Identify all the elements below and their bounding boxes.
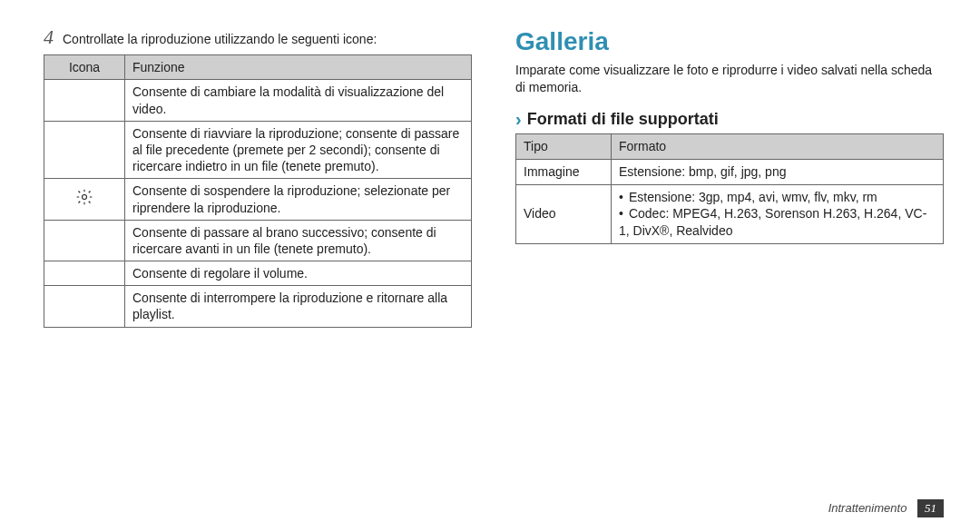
icon-cell	[44, 179, 125, 220]
desc-cell: Consente di riavviare la riproduzione; c…	[125, 121, 472, 179]
table-row: Consente di riavviare la riproduzione; c…	[44, 121, 472, 179]
gear-icon	[75, 194, 93, 209]
page-footer: Intrattenimento 51	[828, 499, 944, 517]
desc-cell: Consente di cambiare la modalità di visu…	[125, 80, 472, 121]
icon-cell	[44, 220, 125, 261]
step-line: 4 Controllate la riproduzione utilizzand…	[44, 27, 472, 47]
svg-point-0	[83, 195, 87, 200]
formats-header-tipo: Tipo	[516, 133, 612, 159]
icon-cell	[44, 286, 125, 327]
step-text: Controllate la riproduzione utilizzando …	[63, 31, 377, 47]
table-row: Consente di interrompere la riproduzione…	[44, 286, 472, 327]
step-number: 4	[44, 27, 54, 47]
left-column: 4 Controllate la riproduzione utilizzand…	[44, 27, 494, 514]
table-row: Consente di regolare il volume.	[44, 261, 472, 286]
intro-text: Imparate come visualizzare le foto e rip…	[515, 62, 944, 96]
section-title: Galleria	[515, 27, 944, 56]
formats-table: Tipo Formato Immagine Estensione: bmp, g…	[515, 133, 944, 244]
type-cell: Video	[516, 184, 612, 244]
table-row: Consente di cambiare la modalità di visu…	[44, 80, 472, 121]
icons-table: Icona Funzione Consente di cambiare la m…	[44, 54, 472, 327]
table-row: Video Estensione: 3gp, mp4, avi, wmv, fl…	[516, 184, 944, 244]
subheading-text: Formati di file supportati	[527, 110, 719, 129]
icon-cell	[44, 121, 125, 179]
format-bullet: Estensione: 3gp, mp4, avi, wmv, flv, mkv…	[619, 189, 936, 206]
icon-cell	[44, 261, 125, 286]
icons-table-header-funzione: Funzione	[125, 55, 472, 80]
right-column: Galleria Imparate come visualizzare le f…	[494, 27, 944, 514]
type-cell: Immagine	[516, 159, 612, 184]
format-cell: Estensione: 3gp, mp4, avi, wmv, flv, mkv…	[612, 184, 944, 244]
format-bullet: Codec: MPEG4, H.263, Sorenson H.263, H.2…	[619, 205, 936, 240]
table-row: Consente di sospendere la riproduzione; …	[44, 179, 472, 220]
table-row: Consente di passare al brano successivo;…	[44, 220, 472, 261]
footer-section: Intrattenimento	[828, 501, 907, 515]
desc-cell: Consente di sospendere la riproduzione; …	[125, 179, 472, 220]
table-row: Immagine Estensione: bmp, gif, jpg, png	[516, 159, 944, 184]
formats-header-formato: Formato	[612, 133, 944, 159]
page-root: 4 Controllate la riproduzione utilizzand…	[0, 0, 980, 532]
format-cell: Estensione: bmp, gif, jpg, png	[612, 159, 944, 184]
desc-cell: Consente di interrompere la riproduzione…	[125, 286, 472, 327]
desc-cell: Consente di regolare il volume.	[125, 261, 472, 286]
subheading-row: › Formati di file supportati	[515, 109, 944, 130]
icons-table-header-icona: Icona	[44, 55, 125, 80]
icon-cell	[44, 80, 125, 121]
chevron-right-icon: ›	[515, 109, 522, 130]
footer-page-number: 51	[917, 499, 944, 517]
desc-cell: Consente di passare al brano successivo;…	[125, 220, 472, 261]
